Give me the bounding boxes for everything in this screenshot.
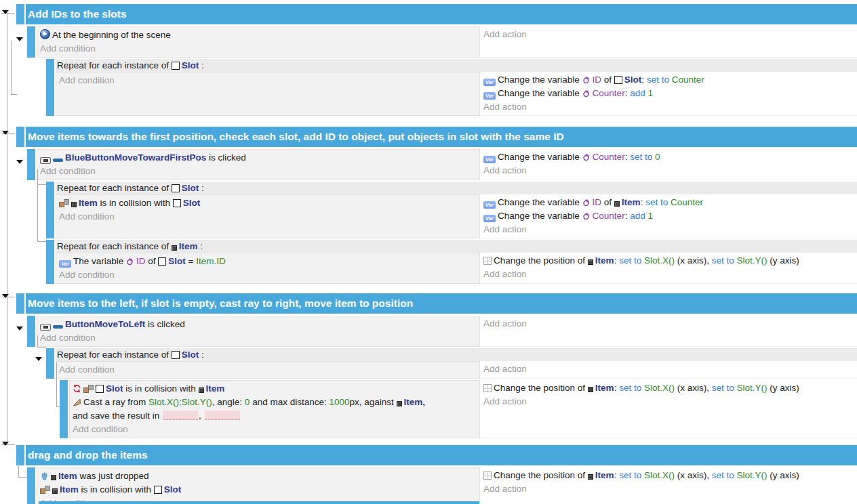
- text: , angle:: [212, 397, 245, 407]
- object-name: Slot: [624, 75, 642, 85]
- add-action-button[interactable]: Add action: [483, 317, 854, 331]
- event-columns: BlueButtonMoveTowardFirstPos is clickedA…: [37, 149, 857, 180]
- add-condition-button[interactable]: Add condition: [40, 331, 477, 345]
- add-condition-button[interactable]: Add condition: [59, 363, 477, 377]
- position-icon: [483, 257, 492, 265]
- group-title-band[interactable]: drag and drop the items: [26, 445, 857, 465]
- expander-icon[interactable]: [16, 37, 23, 41]
- expander-icon[interactable]: [35, 357, 42, 361]
- expression: Item.ID: [196, 256, 226, 266]
- expander-icon[interactable]: [16, 160, 23, 164]
- group-bar[interactable]: [16, 445, 24, 465]
- variable-name: Counter: [593, 152, 625, 162]
- item-object-icon: [588, 474, 593, 480]
- raycast-icon: [73, 398, 81, 406]
- add-condition-button[interactable]: Add condition: [40, 42, 477, 56]
- repeat-band[interactable]: Repeat for each instance of Slot :: [56, 59, 857, 72]
- action-row[interactable]: Change the position of Item: set to Slot…: [483, 469, 854, 482]
- add-condition-button[interactable]: Add condition: [59, 210, 477, 224]
- condition-row[interactable]: At the beginning of the scene: [40, 28, 477, 42]
- add-condition-label: Add condition: [59, 211, 115, 222]
- group-header[interactable]: Move items to the left, if slot is empty…: [26, 293, 857, 314]
- add-action-button[interactable]: Add action: [483, 164, 854, 177]
- variable-badge-icon: Var: [483, 215, 496, 222]
- condition-row[interactable]: Item was just dropped: [40, 469, 477, 483]
- object-name: Slot: [168, 256, 186, 266]
- group-bar[interactable]: [16, 4, 24, 24]
- add-condition-button[interactable]: Add condition: [73, 423, 477, 436]
- operator: set to: [712, 470, 737, 480]
- group-title-band[interactable]: Move items to the left, if slot is empty…: [26, 293, 857, 314]
- add-condition-button[interactable]: Add condition: [59, 268, 477, 282]
- condition-row[interactable]: BlueButtonMoveTowardFirstPos is clicked: [40, 151, 477, 165]
- text: and max distance:: [250, 397, 329, 407]
- object-name: Item: [595, 383, 614, 393]
- text: ,: [199, 411, 204, 421]
- condition-row[interactable]: Item is in collision with Slot: [59, 196, 477, 210]
- actions-cell: Add action: [480, 316, 857, 347]
- parameter-placeholder[interactable]: [205, 411, 240, 420]
- parameter-placeholder[interactable]: [163, 411, 198, 420]
- text: (y axis): [768, 255, 799, 266]
- text: Change the variable: [498, 211, 582, 221]
- variable-badge-icon: Var: [483, 156, 496, 163]
- operator: set to: [619, 255, 644, 266]
- add-action-button[interactable]: Add action: [483, 482, 854, 496]
- add-action-button[interactable]: Add action: [483, 100, 854, 114]
- action-row[interactable]: Change the position of Item: set to Slot…: [483, 254, 854, 268]
- action-row[interactable]: Change the position of Item: set to Slot…: [483, 381, 854, 395]
- add-action-button[interactable]: Add action: [483, 28, 854, 41]
- button-object-icon: [53, 159, 63, 162]
- condition-row[interactable]: Slot is in collision with Item: [73, 382, 477, 396]
- button-object-icon: [53, 325, 63, 329]
- action-row[interactable]: VarChange the variable Counter: set to 0: [483, 150, 854, 164]
- event-groups: Add IDs to the slotsAt the beginning of …: [0, 4, 857, 504]
- action-row[interactable]: VarChange the variable ID of Slot: set t…: [483, 73, 854, 87]
- event-drag-bar[interactable]: [60, 380, 68, 438]
- add-action-button[interactable]: Add action: [483, 395, 854, 408]
- event-drag-bar[interactable]: [27, 316, 35, 347]
- event-drag-bar[interactable]: [27, 149, 35, 180]
- condition-row[interactable]: Item is in collision with Slot: [40, 483, 477, 497]
- event-drag-bar[interactable]: [27, 467, 35, 504]
- event-columns: ButtonMoveToLeft is clickedAdd condition…: [37, 316, 857, 347]
- group-header[interactable]: Add IDs to the slots: [26, 4, 857, 24]
- repeat-band[interactable]: Repeat for each instance of Slot :: [56, 348, 857, 361]
- event-drag-bar[interactable]: [46, 182, 54, 238]
- action-row[interactable]: VarChange the variable Counter: add 1: [483, 209, 854, 223]
- repeat-band[interactable]: Repeat for each instance of Slot :: [56, 182, 857, 194]
- add-condition-button[interactable]: Add condition: [40, 165, 477, 178]
- add-action-button[interactable]: Add action: [483, 223, 854, 236]
- add-condition-button[interactable]: Add condition: [59, 74, 477, 87]
- operator: add: [630, 88, 647, 98]
- object-name: Item: [60, 484, 79, 495]
- text: =: [186, 256, 196, 266]
- event: Repeat for each instance of Slot :Add co…: [46, 59, 857, 116]
- group-bar[interactable]: [16, 293, 24, 314]
- add-action-button[interactable]: Add action: [483, 362, 854, 376]
- condition-row[interactable]: ButtonMoveToLeft is clicked: [40, 318, 477, 331]
- expander-icon[interactable]: [16, 327, 23, 331]
- event-drag-bar[interactable]: [46, 59, 54, 116]
- group-title-band[interactable]: Add IDs to the slots: [26, 4, 857, 24]
- item-object-icon: [397, 401, 402, 406]
- add-condition-label: Add condition: [40, 166, 96, 176]
- condition-row[interactable]: Cast a ray from Slot.X();Slot.Y(), angle…: [73, 396, 477, 423]
- group-header[interactable]: drag and drop the items: [26, 445, 857, 465]
- group-header[interactable]: Move items towards the first position, c…: [26, 127, 857, 147]
- object-name: Slot: [106, 383, 123, 394]
- repeat-band[interactable]: Repeat for each instance of Item :: [56, 240, 857, 253]
- add-action-button[interactable]: Add action: [483, 268, 854, 281]
- conditions-cell: At the beginning of the sceneAdd conditi…: [37, 26, 480, 58]
- condition-row[interactable]: VarThe variable ID of Slot = Item.ID: [59, 255, 477, 268]
- event-drag-bar[interactable]: [27, 26, 35, 58]
- object-name: Slot: [182, 350, 199, 360]
- event-drag-bar[interactable]: [46, 348, 54, 379]
- action-row[interactable]: VarChange the variable ID of Item: set t…: [483, 196, 854, 209]
- event-drag-bar[interactable]: [46, 240, 54, 284]
- action-row[interactable]: VarChange the variable Counter: add 1: [483, 87, 854, 100]
- expression: Counter: [671, 197, 703, 207]
- group-title-band[interactable]: Move items towards the first position, c…: [26, 127, 857, 147]
- add-action-label: Add action: [483, 102, 527, 112]
- group-bar[interactable]: [16, 127, 24, 147]
